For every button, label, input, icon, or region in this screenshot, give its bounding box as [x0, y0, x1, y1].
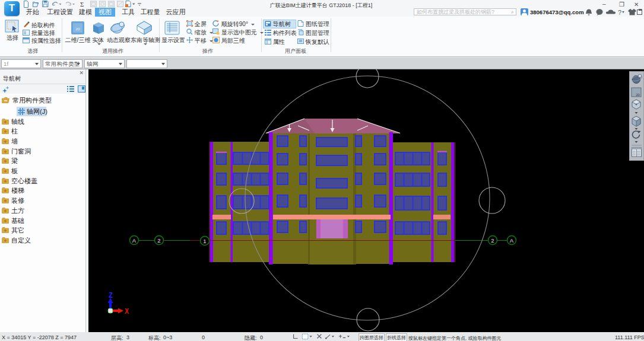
svg-text:1: 1 [203, 238, 206, 244]
svg-text:2: 2 [157, 237, 160, 244]
svg-text:A: A [132, 237, 137, 244]
svg-text:2D: 2D [75, 27, 80, 31]
svg-text:?: ? [618, 9, 621, 16]
svg-text:2: 2 [491, 237, 494, 244]
svg-text:2D: 2D [636, 93, 640, 97]
svg-text:A: A [510, 237, 514, 244]
svg-text:X: X [125, 308, 129, 316]
svg-text:Σ: Σ [80, 1, 84, 8]
svg-text:Z: Z [109, 292, 113, 300]
